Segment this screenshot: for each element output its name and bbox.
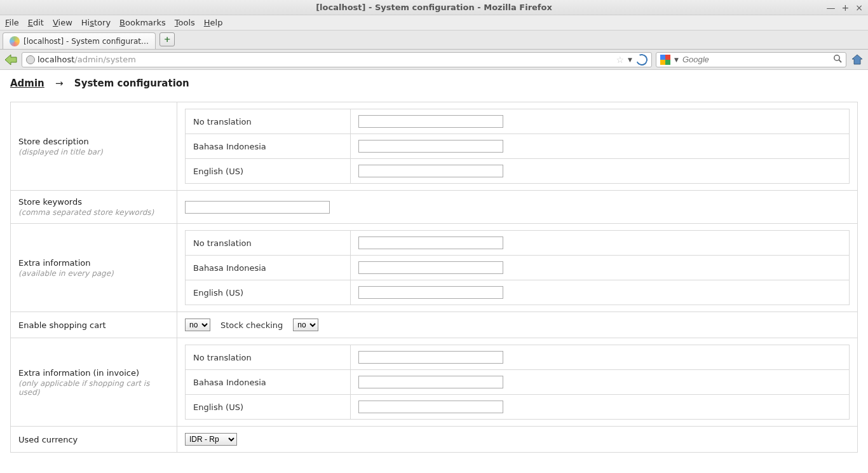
lang-label: No translation [186, 345, 351, 370]
window-controls: — + × [827, 3, 863, 13]
stock-checking-select[interactable]: no [293, 319, 318, 331]
search-input[interactable] [682, 55, 829, 64]
menu-tools[interactable]: Tools [175, 18, 195, 27]
store-description-no-translation-input[interactable] [358, 115, 503, 128]
store-description-en-input[interactable] [358, 165, 503, 177]
navbar: localhost/admin/system ☆ ▼ ▼ [0, 50, 868, 70]
store-description-id-input[interactable] [358, 140, 503, 153]
hint-extra-invoice: (only applicable if shopping cart is use… [18, 379, 169, 397]
window-close-icon[interactable]: × [855, 3, 863, 13]
extra-info-en-input[interactable] [358, 286, 503, 299]
lang-label: Bahasa Indonesia [186, 256, 351, 280]
hint-store-description: (displayed in title bar) [18, 147, 169, 156]
reload-icon[interactable] [634, 52, 649, 67]
search-engine-dropdown-icon[interactable]: ▼ [674, 57, 679, 63]
label-store-description: Store description [18, 137, 89, 146]
page-title: System configuration [74, 78, 189, 89]
breadcrumb-arrow-icon: → [55, 78, 64, 89]
window-maximize-icon[interactable]: + [842, 3, 850, 13]
search-bar[interactable]: ▼ [656, 52, 846, 67]
svg-point-1 [834, 55, 839, 60]
url-bar[interactable]: localhost/admin/system ☆ ▼ [22, 52, 652, 67]
search-engine-icon [660, 55, 670, 65]
extra-invoice-no-translation-input[interactable] [358, 351, 503, 364]
label-extra-invoice: Extra information (in invoice) [18, 368, 139, 378]
nav-back-button[interactable] [4, 53, 18, 66]
row-store-description: Store description (displayed in title ba… [11, 102, 858, 191]
lang-label: English (US) [186, 159, 351, 184]
globe-icon [26, 55, 35, 64]
svg-line-2 [839, 60, 841, 62]
breadcrumb-admin-link[interactable]: Admin [10, 78, 44, 89]
config-table: Store description (displayed in title ba… [10, 102, 858, 453]
extra-info-id-input[interactable] [358, 261, 503, 274]
extra-info-langs: No translation Bahasa Indonesia English … [185, 230, 850, 305]
home-icon[interactable] [850, 53, 864, 67]
lang-label: English (US) [186, 280, 351, 305]
tab-add-button[interactable]: + [159, 32, 175, 46]
extra-info-no-translation-input[interactable] [358, 236, 503, 249]
enable-shopping-cart-select[interactable]: no [185, 319, 210, 331]
window-minimize-icon[interactable]: — [827, 3, 836, 13]
label-shopping-cart: Enable shopping cart [18, 320, 106, 330]
extra-invoice-en-input[interactable] [358, 401, 503, 413]
tabbar: [localhost] - System configurat… + [0, 31, 868, 50]
lang-label: No translation [186, 109, 351, 134]
menubar: File Edit View History Bookmarks Tools H… [0, 15, 868, 31]
window-title: [localhost] - System configuration - Moz… [316, 3, 552, 12]
lang-label: Bahasa Indonesia [186, 134, 351, 159]
lang-label: English (US) [186, 395, 351, 420]
row-extra-info: Extra information (available in every pa… [11, 224, 858, 312]
url-dropdown-icon[interactable]: ▼ [628, 57, 632, 63]
store-description-langs: No translation Bahasa Indonesia English … [185, 109, 850, 184]
label-extra-info: Extra information [18, 258, 90, 268]
row-shopping-cart: Enable shopping cart no Stock checking n… [11, 312, 858, 338]
menu-edit[interactable]: Edit [28, 18, 44, 27]
tab-favicon-icon [10, 36, 20, 46]
hint-store-keywords: (comma separated store keywords) [18, 208, 169, 217]
lang-label: No translation [186, 231, 351, 256]
tab-label: [localhost] - System configurat… [24, 37, 149, 46]
label-store-keywords: Store keywords [18, 197, 82, 207]
store-keywords-input[interactable] [185, 201, 330, 214]
breadcrumb: Admin → System configuration [10, 78, 858, 89]
menu-history[interactable]: History [81, 18, 111, 27]
svg-marker-0 [5, 55, 17, 65]
tab-active[interactable]: [localhost] - System configurat… [3, 32, 156, 49]
extra-invoice-id-input[interactable] [358, 376, 503, 388]
lang-label: Bahasa Indonesia [186, 370, 351, 395]
menu-file[interactable]: File [5, 18, 19, 27]
extra-invoice-langs: No translation Bahasa Indonesia English … [185, 345, 850, 420]
window-titlebar: [localhost] - System configuration - Moz… [0, 0, 868, 15]
row-store-keywords: Store keywords (comma separated store ke… [11, 191, 858, 224]
search-icon[interactable] [833, 54, 842, 65]
menu-help[interactable]: Help [204, 18, 223, 27]
currency-select[interactable]: IDR - Rp [185, 433, 237, 446]
label-currency: Used currency [18, 435, 78, 444]
menu-view[interactable]: View [53, 18, 72, 27]
url-text: localhost/admin/system [37, 55, 614, 64]
menu-bookmarks[interactable]: Bookmarks [119, 18, 166, 27]
row-extra-invoice: Extra information (in invoice) (only app… [11, 338, 858, 427]
label-stock-checking: Stock checking [220, 320, 283, 330]
svg-marker-3 [852, 55, 862, 64]
bookmark-star-icon[interactable]: ☆ [616, 55, 625, 65]
row-currency: Used currency IDR - Rp [11, 427, 858, 453]
hint-extra-info: (available in every page) [18, 269, 169, 278]
page-viewport[interactable]: Admin → System configuration Store descr… [0, 70, 868, 473]
